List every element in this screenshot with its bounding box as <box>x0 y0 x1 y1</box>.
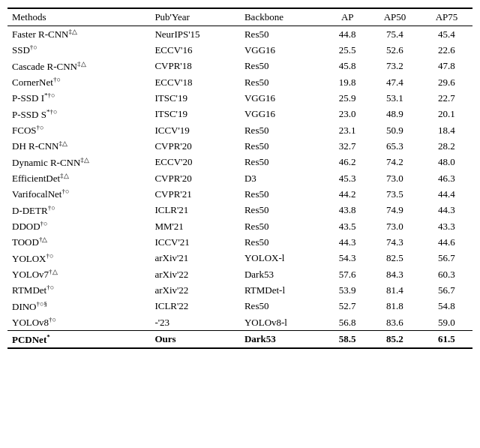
table-row: DH R-CNN‡△CVPR'20Res5032.765.328.2 <box>8 138 472 154</box>
cell-backbone: D3 <box>240 170 326 186</box>
cell-ap75: 22.6 <box>421 42 472 58</box>
cell-backbone: Res50 <box>240 122 326 138</box>
cell-ap75: 29.6 <box>421 74 472 90</box>
cell-ap75: 56.7 <box>421 282 472 298</box>
cell-ap50: 81.4 <box>369 282 421 298</box>
cell-ap50: 65.3 <box>369 138 421 154</box>
col-ap50: AP50 <box>369 8 421 26</box>
cell-method: DINO†○§ <box>8 299 150 314</box>
cell-ap50: 85.2 <box>369 331 421 348</box>
cell-ap50: 81.8 <box>369 299 421 314</box>
cell-ap50: 83.6 <box>369 314 421 331</box>
cell-ap: 19.8 <box>326 74 369 90</box>
cell-ap: 44.3 <box>326 234 369 250</box>
cell-year: ECCV'18 <box>150 74 240 90</box>
cell-method: YOLOv8†○ <box>8 314 150 331</box>
cell-ap75: 56.7 <box>421 251 472 266</box>
cell-year: CVPR'20 <box>150 138 240 154</box>
col-ap: AP <box>326 8 369 26</box>
cell-ap75: 59.0 <box>421 314 472 331</box>
cell-backbone: Res50 <box>240 234 326 250</box>
cell-year: CVPR'21 <box>150 186 240 202</box>
cell-ap: 57.6 <box>326 266 369 282</box>
cell-backbone: RTMDet-l <box>240 282 326 298</box>
cell-method: EfficientDet‡△ <box>8 170 150 186</box>
table-row: DINO†○§ICLR'22Res5052.781.854.8 <box>8 299 472 314</box>
cell-year: arXiv'21 <box>150 251 240 266</box>
cell-ap: 44.2 <box>326 186 369 202</box>
cell-ap75: 60.3 <box>421 266 472 282</box>
cell-backbone: Res50 <box>240 203 326 218</box>
cell-ap50: 74.2 <box>369 155 421 170</box>
cell-year: ITSC'19 <box>150 107 240 122</box>
cell-year: Ours <box>150 331 240 348</box>
cell-backbone: YOLOX-l <box>240 251 326 266</box>
cell-ap: 43.8 <box>326 203 369 218</box>
cell-method: Cascade R-CNN‡△ <box>8 59 150 74</box>
cell-ap: 44.8 <box>326 26 369 43</box>
cell-ap: 45.8 <box>326 59 369 74</box>
table-row: Faster R-CNN‡△NeurIPS'15Res5044.875.445.… <box>8 26 472 43</box>
cell-method: YOLOX†○ <box>8 251 150 266</box>
cell-year: MM'21 <box>150 218 240 234</box>
table-row: Dynamic R-CNN‡△ECCV'20Res5046.274.248.0 <box>8 155 472 170</box>
cell-ap50: 82.5 <box>369 251 421 266</box>
table-header-row: Methods Pub'Year Backbone AP AP50 AP75 <box>8 8 472 26</box>
cell-ap: 23.1 <box>326 122 369 138</box>
cell-year: CVPR'20 <box>150 170 240 186</box>
cell-ap75: 48.0 <box>421 155 472 170</box>
table-row: CornerNet†○ECCV'18Res5019.847.429.6 <box>8 74 472 90</box>
table-row: TOOD†△ICCV'21Res5044.374.344.6 <box>8 234 472 250</box>
cell-year: arXiv'22 <box>150 282 240 298</box>
cell-year: NeurIPS'15 <box>150 26 240 43</box>
cell-ap: 32.7 <box>326 138 369 154</box>
cell-ap50: 75.4 <box>369 26 421 43</box>
cell-ap: 53.9 <box>326 282 369 298</box>
cell-ap75: 28.2 <box>421 138 472 154</box>
col-ap75: AP75 <box>421 8 472 26</box>
cell-year: CVPR'18 <box>150 59 240 74</box>
cell-backbone: Dark53 <box>240 266 326 282</box>
cell-ap75: 45.4 <box>421 26 472 43</box>
cell-ap75: 46.3 <box>421 170 472 186</box>
table-row: SSD†○ECCV'16VGG1625.552.622.6 <box>8 42 472 58</box>
table-row: D-DETR†○ICLR'21Res5043.874.944.3 <box>8 203 472 218</box>
cell-ap50: 74.9 <box>369 203 421 218</box>
table-row: RTMDet†○arXiv'22RTMDet-l53.981.456.7 <box>8 282 472 298</box>
cell-method: VarifocalNet†○ <box>8 186 150 202</box>
cell-year: ICLR'21 <box>150 203 240 218</box>
cell-backbone: VGG16 <box>240 90 326 106</box>
cell-ap50: 52.6 <box>369 42 421 58</box>
cell-backbone: Dark53 <box>240 331 326 348</box>
col-pubyear: Pub'Year <box>150 8 240 26</box>
table-row: PCDNet*OursDark5358.585.261.5 <box>8 331 472 348</box>
cell-ap75: 54.8 <box>421 299 472 314</box>
cell-ap75: 47.8 <box>421 59 472 74</box>
cell-backbone: Res50 <box>240 138 326 154</box>
cell-ap: 25.5 <box>326 42 369 58</box>
cell-ap: 58.5 <box>326 331 369 348</box>
cell-ap: 52.7 <box>326 299 369 314</box>
cell-backbone: VGG16 <box>240 42 326 58</box>
cell-method: DDOD†○ <box>8 218 150 234</box>
cell-year: -'23 <box>150 314 240 331</box>
cell-method: Faster R-CNN‡△ <box>8 26 150 43</box>
cell-ap75: 43.3 <box>421 218 472 234</box>
cell-backbone: Res50 <box>240 299 326 314</box>
cell-ap50: 74.3 <box>369 234 421 250</box>
cell-ap50: 47.4 <box>369 74 421 90</box>
table-row: Cascade R-CNN‡△CVPR'18Res5045.873.247.8 <box>8 59 472 74</box>
cell-ap50: 73.0 <box>369 218 421 234</box>
cell-year: ECCV'20 <box>150 155 240 170</box>
cell-backbone: Res50 <box>240 74 326 90</box>
table-row: P-SSD I*†○ITSC'19VGG1625.953.122.7 <box>8 90 472 106</box>
cell-method: CornerNet†○ <box>8 74 150 90</box>
table-container: Methods Pub'Year Backbone AP AP50 AP75 F… <box>8 8 472 349</box>
col-methods: Methods <box>8 8 150 26</box>
cell-ap50: 50.9 <box>369 122 421 138</box>
cell-ap75: 20.1 <box>421 107 472 122</box>
cell-ap: 45.3 <box>326 170 369 186</box>
table-row: YOLOv7†△arXiv'22Dark5357.684.360.3 <box>8 266 472 282</box>
cell-year: ICLR'22 <box>150 299 240 314</box>
cell-backbone: Res50 <box>240 155 326 170</box>
